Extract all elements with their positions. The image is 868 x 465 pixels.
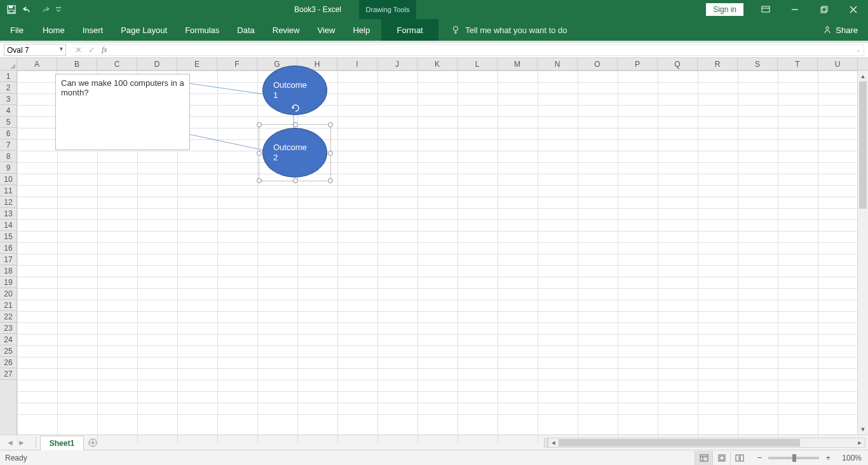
formula-bar-expand-icon[interactable]: ⌄ bbox=[856, 46, 861, 53]
sheet-nav-buttons[interactable]: ◄ ► bbox=[0, 435, 32, 450]
enter-icon[interactable]: ✓ bbox=[88, 45, 95, 55]
textbox-shape[interactable]: Can we make 100 computers in a month? bbox=[55, 74, 190, 150]
horizontal-scroll-thumb[interactable] bbox=[559, 439, 800, 447]
column-header-C[interactable]: C bbox=[97, 58, 137, 70]
column-header-E[interactable]: E bbox=[177, 58, 217, 70]
zoom-level[interactable]: 100% bbox=[842, 454, 862, 462]
column-header-J[interactable]: J bbox=[377, 58, 417, 70]
row-header-10[interactable]: 10 bbox=[0, 174, 17, 185]
row-header-27[interactable]: 27 bbox=[0, 368, 17, 380]
row-headers[interactable]: 1234567891011121314151617181920212223242… bbox=[0, 71, 17, 434]
row-header-22[interactable]: 22 bbox=[0, 311, 17, 323]
tab-format[interactable]: Format bbox=[381, 19, 438, 41]
tab-formulas[interactable]: Formulas bbox=[176, 19, 228, 41]
oval-shape-1[interactable]: Outcome 1 bbox=[262, 66, 327, 115]
qat-customize-button[interactable] bbox=[53, 2, 64, 17]
resize-handle-e[interactable] bbox=[328, 151, 333, 156]
vertical-scroll-thumb[interactable] bbox=[859, 81, 867, 209]
close-button[interactable] bbox=[839, 0, 868, 19]
row-header-17[interactable]: 17 bbox=[0, 254, 17, 265]
tab-help[interactable]: Help bbox=[344, 19, 379, 41]
page-break-view-button[interactable] bbox=[730, 451, 748, 465]
row-header-26[interactable]: 26 bbox=[0, 357, 17, 368]
zoom-slider[interactable] bbox=[768, 457, 819, 459]
select-all-corner[interactable] bbox=[0, 58, 17, 71]
cancel-icon[interactable]: ✕ bbox=[75, 45, 82, 55]
column-header-D[interactable]: D bbox=[137, 58, 177, 70]
row-header-7[interactable]: 7 bbox=[0, 139, 17, 151]
row-header-4[interactable]: 4 bbox=[0, 105, 17, 116]
tab-insert[interactable]: Insert bbox=[74, 19, 112, 41]
row-header-9[interactable]: 9 bbox=[0, 162, 17, 174]
scroll-down-arrow[interactable]: ▼ bbox=[858, 424, 868, 434]
row-header-6[interactable]: 6 bbox=[0, 128, 17, 139]
sheet-nav-prev-icon[interactable]: ◄ bbox=[6, 438, 14, 447]
row-header-14[interactable]: 14 bbox=[0, 219, 17, 231]
horizontal-scrollbar[interactable]: ◄ ► bbox=[548, 438, 865, 448]
column-header-S[interactable]: S bbox=[738, 58, 778, 70]
column-headers[interactable]: ABCDEFGHIJKLMNOPQRSTU bbox=[0, 58, 868, 71]
column-header-P[interactable]: P bbox=[618, 58, 658, 70]
column-header-R[interactable]: R bbox=[698, 58, 738, 70]
tab-review[interactable]: Review bbox=[264, 19, 309, 41]
maximize-button[interactable] bbox=[810, 0, 839, 19]
row-header-3[interactable]: 3 bbox=[0, 94, 17, 105]
share-button[interactable]: Share bbox=[813, 19, 868, 41]
row-header-18[interactable]: 18 bbox=[0, 265, 17, 277]
ribbon-display-options-button[interactable] bbox=[751, 0, 780, 19]
tab-page-layout[interactable]: Page Layout bbox=[112, 19, 176, 41]
insert-function-button[interactable]: fx bbox=[102, 45, 107, 55]
row-header-12[interactable]: 12 bbox=[0, 197, 17, 208]
sheet-tab-active[interactable]: Sheet1 bbox=[40, 436, 84, 450]
normal-view-button[interactable] bbox=[695, 451, 712, 465]
redo-button[interactable] bbox=[37, 2, 52, 17]
minimize-button[interactable] bbox=[780, 0, 810, 19]
row-header-5[interactable]: 5 bbox=[0, 116, 17, 128]
row-header-21[interactable]: 21 bbox=[0, 300, 17, 311]
rotation-handle-icon[interactable] bbox=[290, 103, 301, 113]
zoom-slider-knob[interactable] bbox=[792, 454, 796, 462]
row-header-11[interactable]: 11 bbox=[0, 185, 17, 197]
row-header-24[interactable]: 24 bbox=[0, 334, 17, 345]
tab-data[interactable]: Data bbox=[228, 19, 263, 41]
column-header-L[interactable]: L bbox=[458, 58, 498, 70]
row-header-23[interactable]: 23 bbox=[0, 323, 17, 334]
row-header-1[interactable]: 1 bbox=[0, 71, 17, 82]
column-header-A[interactable]: A bbox=[17, 58, 57, 70]
row-header-2[interactable]: 2 bbox=[0, 82, 17, 94]
formula-input[interactable]: ⌄ bbox=[111, 44, 864, 56]
vertical-scrollbar[interactable]: ▲ ▼ bbox=[857, 71, 868, 434]
save-button[interactable] bbox=[4, 2, 19, 17]
zoom-in-button[interactable]: + bbox=[823, 453, 833, 462]
cells-area[interactable]: Can we make 100 computers in a month? Ou… bbox=[17, 71, 868, 434]
scroll-right-arrow[interactable]: ► bbox=[855, 440, 865, 446]
column-header-U[interactable]: U bbox=[818, 58, 858, 70]
sheet-nav-next-icon[interactable]: ► bbox=[18, 438, 25, 447]
resize-handle-se[interactable] bbox=[328, 178, 333, 183]
undo-button[interactable] bbox=[20, 2, 36, 17]
column-header-T[interactable]: T bbox=[778, 58, 818, 70]
column-header-F[interactable]: F bbox=[217, 58, 257, 70]
name-box-dropdown-icon[interactable]: ▼ bbox=[58, 46, 64, 52]
column-header-K[interactable]: K bbox=[417, 58, 458, 70]
column-header-M[interactable]: M bbox=[498, 58, 538, 70]
resize-handle-ne[interactable] bbox=[328, 122, 333, 127]
tell-me-search[interactable]: Tell me what you want to do bbox=[451, 19, 567, 41]
row-header-19[interactable]: 19 bbox=[0, 277, 17, 288]
column-header-Q[interactable]: Q bbox=[658, 58, 698, 70]
zoom-out-button[interactable]: − bbox=[754, 453, 764, 462]
column-header-N[interactable]: N bbox=[538, 58, 578, 70]
column-header-I[interactable]: I bbox=[337, 58, 377, 70]
tab-home[interactable]: Home bbox=[34, 19, 74, 41]
column-header-O[interactable]: O bbox=[578, 58, 618, 70]
name-box[interactable]: Oval 7 ▼ bbox=[4, 44, 66, 56]
tab-file[interactable]: File bbox=[0, 19, 34, 41]
sign-in-button[interactable]: Sign in bbox=[706, 3, 743, 16]
worksheet-grid[interactable]: ABCDEFGHIJKLMNOPQRSTU 123456789101112131… bbox=[0, 58, 868, 434]
column-header-B[interactable]: B bbox=[57, 58, 97, 70]
page-layout-view-button[interactable] bbox=[712, 451, 730, 465]
row-header-20[interactable]: 20 bbox=[0, 288, 17, 300]
new-sheet-button[interactable] bbox=[84, 435, 102, 450]
row-header-8[interactable]: 8 bbox=[0, 151, 17, 162]
tab-view[interactable]: View bbox=[308, 19, 344, 41]
